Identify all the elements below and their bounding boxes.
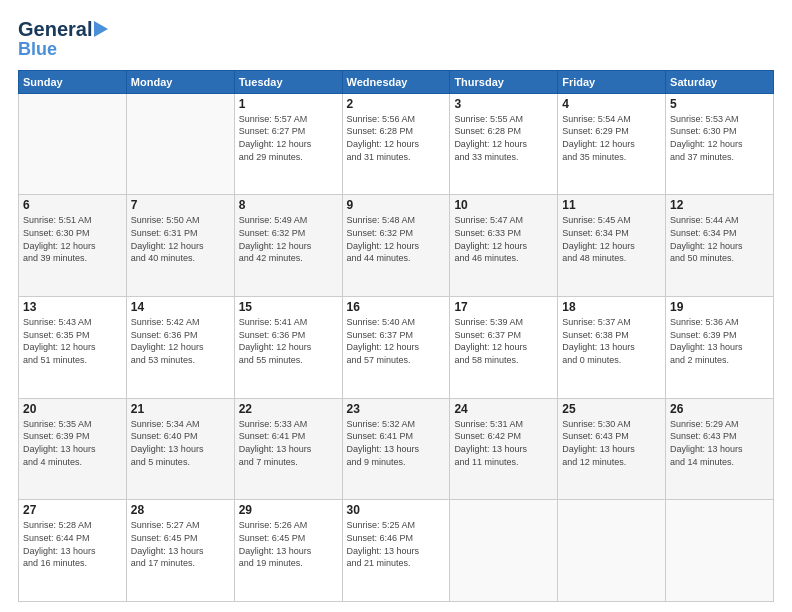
logo-text-blue: Blue bbox=[18, 40, 57, 60]
day-info: Sunrise: 5:47 AM Sunset: 6:33 PM Dayligh… bbox=[454, 214, 553, 264]
day-info: Sunrise: 5:32 AM Sunset: 6:41 PM Dayligh… bbox=[347, 418, 446, 468]
day-number: 16 bbox=[347, 300, 446, 314]
day-number: 21 bbox=[131, 402, 230, 416]
day-info: Sunrise: 5:35 AM Sunset: 6:39 PM Dayligh… bbox=[23, 418, 122, 468]
calendar-cell bbox=[558, 500, 666, 602]
day-info: Sunrise: 5:42 AM Sunset: 6:36 PM Dayligh… bbox=[131, 316, 230, 366]
day-info: Sunrise: 5:51 AM Sunset: 6:30 PM Dayligh… bbox=[23, 214, 122, 264]
day-number: 10 bbox=[454, 198, 553, 212]
calendar-cell: 27Sunrise: 5:28 AM Sunset: 6:44 PM Dayli… bbox=[19, 500, 127, 602]
logo: General Blue bbox=[18, 18, 108, 60]
weekday-header-tuesday: Tuesday bbox=[234, 70, 342, 93]
calendar-cell: 20Sunrise: 5:35 AM Sunset: 6:39 PM Dayli… bbox=[19, 398, 127, 500]
calendar-cell: 19Sunrise: 5:36 AM Sunset: 6:39 PM Dayli… bbox=[666, 297, 774, 399]
calendar-cell: 11Sunrise: 5:45 AM Sunset: 6:34 PM Dayli… bbox=[558, 195, 666, 297]
day-info: Sunrise: 5:44 AM Sunset: 6:34 PM Dayligh… bbox=[670, 214, 769, 264]
calendar-cell: 3Sunrise: 5:55 AM Sunset: 6:28 PM Daylig… bbox=[450, 93, 558, 195]
calendar-cell: 24Sunrise: 5:31 AM Sunset: 6:42 PM Dayli… bbox=[450, 398, 558, 500]
logo-line1: General bbox=[18, 18, 108, 40]
day-number: 1 bbox=[239, 97, 338, 111]
calendar-cell: 25Sunrise: 5:30 AM Sunset: 6:43 PM Dayli… bbox=[558, 398, 666, 500]
day-number: 6 bbox=[23, 198, 122, 212]
weekday-header-sunday: Sunday bbox=[19, 70, 127, 93]
calendar-cell bbox=[450, 500, 558, 602]
day-number: 30 bbox=[347, 503, 446, 517]
day-number: 5 bbox=[670, 97, 769, 111]
day-number: 17 bbox=[454, 300, 553, 314]
calendar-cell: 22Sunrise: 5:33 AM Sunset: 6:41 PM Dayli… bbox=[234, 398, 342, 500]
day-number: 4 bbox=[562, 97, 661, 111]
day-info: Sunrise: 5:36 AM Sunset: 6:39 PM Dayligh… bbox=[670, 316, 769, 366]
calendar-cell bbox=[19, 93, 127, 195]
calendar-cell: 18Sunrise: 5:37 AM Sunset: 6:38 PM Dayli… bbox=[558, 297, 666, 399]
day-info: Sunrise: 5:53 AM Sunset: 6:30 PM Dayligh… bbox=[670, 113, 769, 163]
day-number: 24 bbox=[454, 402, 553, 416]
day-number: 3 bbox=[454, 97, 553, 111]
week-row-3: 13Sunrise: 5:43 AM Sunset: 6:35 PM Dayli… bbox=[19, 297, 774, 399]
calendar-table: SundayMondayTuesdayWednesdayThursdayFrid… bbox=[18, 70, 774, 602]
calendar-cell: 23Sunrise: 5:32 AM Sunset: 6:41 PM Dayli… bbox=[342, 398, 450, 500]
calendar-cell: 14Sunrise: 5:42 AM Sunset: 6:36 PM Dayli… bbox=[126, 297, 234, 399]
calendar-cell: 1Sunrise: 5:57 AM Sunset: 6:27 PM Daylig… bbox=[234, 93, 342, 195]
day-number: 23 bbox=[347, 402, 446, 416]
day-info: Sunrise: 5:31 AM Sunset: 6:42 PM Dayligh… bbox=[454, 418, 553, 468]
day-info: Sunrise: 5:27 AM Sunset: 6:45 PM Dayligh… bbox=[131, 519, 230, 569]
weekday-header-row: SundayMondayTuesdayWednesdayThursdayFrid… bbox=[19, 70, 774, 93]
day-number: 26 bbox=[670, 402, 769, 416]
calendar-cell bbox=[666, 500, 774, 602]
weekday-header-saturday: Saturday bbox=[666, 70, 774, 93]
day-number: 27 bbox=[23, 503, 122, 517]
day-info: Sunrise: 5:56 AM Sunset: 6:28 PM Dayligh… bbox=[347, 113, 446, 163]
day-info: Sunrise: 5:25 AM Sunset: 6:46 PM Dayligh… bbox=[347, 519, 446, 569]
day-number: 25 bbox=[562, 402, 661, 416]
day-info: Sunrise: 5:50 AM Sunset: 6:31 PM Dayligh… bbox=[131, 214, 230, 264]
day-info: Sunrise: 5:34 AM Sunset: 6:40 PM Dayligh… bbox=[131, 418, 230, 468]
calendar-cell bbox=[126, 93, 234, 195]
day-number: 13 bbox=[23, 300, 122, 314]
page: General Blue SundayMondayTuesdayWednesda… bbox=[0, 0, 792, 612]
day-number: 15 bbox=[239, 300, 338, 314]
day-info: Sunrise: 5:37 AM Sunset: 6:38 PM Dayligh… bbox=[562, 316, 661, 366]
weekday-header-wednesday: Wednesday bbox=[342, 70, 450, 93]
calendar-cell: 2Sunrise: 5:56 AM Sunset: 6:28 PM Daylig… bbox=[342, 93, 450, 195]
calendar-cell: 10Sunrise: 5:47 AM Sunset: 6:33 PM Dayli… bbox=[450, 195, 558, 297]
day-number: 8 bbox=[239, 198, 338, 212]
week-row-2: 6Sunrise: 5:51 AM Sunset: 6:30 PM Daylig… bbox=[19, 195, 774, 297]
day-number: 29 bbox=[239, 503, 338, 517]
calendar-cell: 6Sunrise: 5:51 AM Sunset: 6:30 PM Daylig… bbox=[19, 195, 127, 297]
day-info: Sunrise: 5:29 AM Sunset: 6:43 PM Dayligh… bbox=[670, 418, 769, 468]
day-info: Sunrise: 5:28 AM Sunset: 6:44 PM Dayligh… bbox=[23, 519, 122, 569]
day-number: 2 bbox=[347, 97, 446, 111]
day-info: Sunrise: 5:49 AM Sunset: 6:32 PM Dayligh… bbox=[239, 214, 338, 264]
day-info: Sunrise: 5:26 AM Sunset: 6:45 PM Dayligh… bbox=[239, 519, 338, 569]
calendar-cell: 28Sunrise: 5:27 AM Sunset: 6:45 PM Dayli… bbox=[126, 500, 234, 602]
header: General Blue bbox=[18, 18, 774, 60]
day-number: 9 bbox=[347, 198, 446, 212]
day-number: 22 bbox=[239, 402, 338, 416]
day-number: 18 bbox=[562, 300, 661, 314]
day-info: Sunrise: 5:55 AM Sunset: 6:28 PM Dayligh… bbox=[454, 113, 553, 163]
day-info: Sunrise: 5:30 AM Sunset: 6:43 PM Dayligh… bbox=[562, 418, 661, 468]
day-info: Sunrise: 5:48 AM Sunset: 6:32 PM Dayligh… bbox=[347, 214, 446, 264]
day-info: Sunrise: 5:39 AM Sunset: 6:37 PM Dayligh… bbox=[454, 316, 553, 366]
calendar-cell: 30Sunrise: 5:25 AM Sunset: 6:46 PM Dayli… bbox=[342, 500, 450, 602]
calendar-cell: 17Sunrise: 5:39 AM Sunset: 6:37 PM Dayli… bbox=[450, 297, 558, 399]
calendar-cell: 4Sunrise: 5:54 AM Sunset: 6:29 PM Daylig… bbox=[558, 93, 666, 195]
logo-arrow-icon bbox=[94, 21, 108, 37]
calendar-cell: 8Sunrise: 5:49 AM Sunset: 6:32 PM Daylig… bbox=[234, 195, 342, 297]
day-info: Sunrise: 5:54 AM Sunset: 6:29 PM Dayligh… bbox=[562, 113, 661, 163]
day-number: 7 bbox=[131, 198, 230, 212]
calendar-cell: 5Sunrise: 5:53 AM Sunset: 6:30 PM Daylig… bbox=[666, 93, 774, 195]
calendar-cell: 26Sunrise: 5:29 AM Sunset: 6:43 PM Dayli… bbox=[666, 398, 774, 500]
calendar-cell: 15Sunrise: 5:41 AM Sunset: 6:36 PM Dayli… bbox=[234, 297, 342, 399]
week-row-5: 27Sunrise: 5:28 AM Sunset: 6:44 PM Dayli… bbox=[19, 500, 774, 602]
calendar-cell: 9Sunrise: 5:48 AM Sunset: 6:32 PM Daylig… bbox=[342, 195, 450, 297]
day-info: Sunrise: 5:57 AM Sunset: 6:27 PM Dayligh… bbox=[239, 113, 338, 163]
calendar-cell: 16Sunrise: 5:40 AM Sunset: 6:37 PM Dayli… bbox=[342, 297, 450, 399]
day-info: Sunrise: 5:41 AM Sunset: 6:36 PM Dayligh… bbox=[239, 316, 338, 366]
day-info: Sunrise: 5:45 AM Sunset: 6:34 PM Dayligh… bbox=[562, 214, 661, 264]
day-info: Sunrise: 5:33 AM Sunset: 6:41 PM Dayligh… bbox=[239, 418, 338, 468]
day-number: 20 bbox=[23, 402, 122, 416]
day-info: Sunrise: 5:43 AM Sunset: 6:35 PM Dayligh… bbox=[23, 316, 122, 366]
weekday-header-thursday: Thursday bbox=[450, 70, 558, 93]
